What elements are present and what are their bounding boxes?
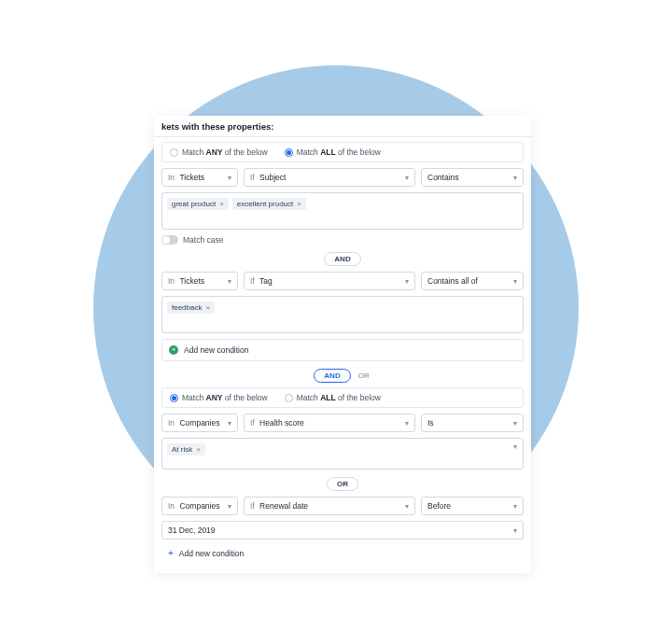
radio-dot-icon xyxy=(170,148,178,157)
remove-tag-icon[interactable]: × xyxy=(205,303,210,312)
chevron-down-icon: ▾ xyxy=(228,277,231,286)
chevron-down-icon: ▾ xyxy=(513,442,517,451)
match-case-toggle-row: Match case xyxy=(161,235,524,245)
group2-match-mode: Match ANY of the below Match ALL of the … xyxy=(161,387,524,408)
remove-tag-icon[interactable]: × xyxy=(297,200,301,208)
radio-dot-icon xyxy=(170,394,178,402)
radio-match-any[interactable]: Match ANY of the below xyxy=(170,393,268,402)
chevron-down-icon: ▾ xyxy=(513,526,517,535)
field-select[interactable]: If Health score ▾ xyxy=(244,414,415,432)
operator-select[interactable]: Contains ▾ xyxy=(421,168,524,187)
chevron-down-icon: ▾ xyxy=(228,174,231,182)
add-condition-button[interactable]: + Add new condition xyxy=(161,339,524,361)
remove-tag-icon[interactable]: × xyxy=(219,200,224,208)
g1c2-value-input[interactable]: feedback× xyxy=(161,296,524,333)
g1c1-value-input[interactable]: great product× excellent product× xyxy=(161,192,524,230)
field-select[interactable]: If Tag ▾ xyxy=(244,272,415,290)
field-select[interactable]: If Renewal date ▾ xyxy=(244,497,415,515)
connector-and-option[interactable]: AND xyxy=(314,369,350,383)
connector-or: OR xyxy=(154,477,531,491)
field-select[interactable]: If Subject ▾ xyxy=(244,168,415,187)
operator-select[interactable]: Is ▾ xyxy=(421,414,524,432)
plus-icon: + xyxy=(168,549,174,558)
value-tag: feedback× xyxy=(167,301,215,314)
match-case-label: Match case xyxy=(183,235,223,245)
chevron-down-icon: ▾ xyxy=(228,502,231,511)
g2c2-date-input[interactable]: 31 Dec, 2019 ▾ xyxy=(161,521,524,540)
scope-select[interactable]: In Companies ▾ xyxy=(161,497,238,515)
add-condition-button[interactable]: + Add new condition xyxy=(161,545,524,568)
plus-icon: + xyxy=(169,345,178,355)
remove-tag-icon[interactable]: × xyxy=(196,445,201,454)
chevron-down-icon: ▾ xyxy=(513,174,517,182)
chevron-down-icon: ▾ xyxy=(405,419,409,428)
value-tag: great product× xyxy=(167,198,229,210)
chevron-down-icon: ▾ xyxy=(405,174,409,182)
value-tag: At risk× xyxy=(167,443,205,456)
conditions-panel: kets with these properties: Match ANY of… xyxy=(154,116,531,573)
group1-match-mode: Match ANY of the below Match ALL of the … xyxy=(161,142,524,162)
g1c1-selects: In Tickets ▾ If Subject ▾ Contains ▾ xyxy=(154,168,531,187)
connector-and: AND xyxy=(154,252,531,266)
scope-select[interactable]: In Companies ▾ xyxy=(161,414,238,432)
match-case-toggle[interactable] xyxy=(161,235,178,245)
panel-title: kets with these properties: xyxy=(154,116,531,137)
g2c1-selects: In Companies ▾ If Health score ▾ Is ▾ xyxy=(154,414,531,432)
and-pill: AND xyxy=(324,252,360,266)
g1c2-selects: In Tickets ▾ If Tag ▾ Contains all of ▾ xyxy=(154,272,531,290)
value-tag: excellent product× xyxy=(232,198,306,210)
operator-select[interactable]: Contains all of ▾ xyxy=(421,272,524,290)
radio-match-all[interactable]: Match ALL of the below xyxy=(285,393,381,402)
scope-select[interactable]: In Tickets ▾ xyxy=(161,272,238,290)
chevron-down-icon: ▾ xyxy=(405,277,409,286)
radio-dot-icon xyxy=(285,394,293,402)
chevron-down-icon: ▾ xyxy=(513,502,517,511)
radio-match-all[interactable]: Match ALL of the below xyxy=(285,147,381,157)
g2c1-value-input[interactable]: At risk× ▾ xyxy=(161,438,524,470)
operator-select[interactable]: Before ▾ xyxy=(421,497,524,515)
radio-match-any[interactable]: Match ANY of the below xyxy=(170,147,268,157)
radio-dot-icon xyxy=(285,148,293,157)
scope-select[interactable]: In Tickets ▾ xyxy=(161,168,238,187)
g2c2-selects: In Companies ▾ If Renewal date ▾ Before … xyxy=(154,497,531,515)
chevron-down-icon: ▾ xyxy=(513,419,517,428)
group-connector: AND OR xyxy=(154,369,531,383)
chevron-down-icon: ▾ xyxy=(513,277,517,286)
or-pill: OR xyxy=(327,477,358,491)
chevron-down-icon: ▾ xyxy=(228,419,231,428)
chevron-down-icon: ▾ xyxy=(405,502,409,511)
connector-or-option[interactable]: OR xyxy=(357,370,371,382)
